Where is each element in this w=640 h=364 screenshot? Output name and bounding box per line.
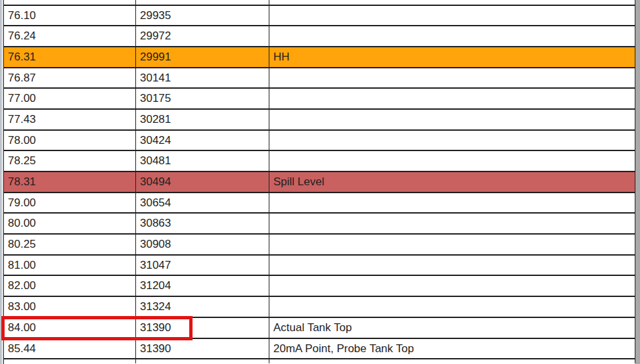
table-row: 78.00 30424	[4, 131, 635, 152]
level-cell[interactable]: 78.31	[4, 172, 136, 192]
count-cell[interactable]: 30281	[136, 110, 269, 129]
table-row: 80.00 30863	[4, 214, 635, 235]
label-cell[interactable]	[269, 359, 635, 363]
label-cell[interactable]: Actual Tank Top	[269, 318, 635, 338]
label-cell[interactable]	[269, 276, 635, 296]
level-cell[interactable]: 76.31	[4, 47, 136, 67]
count-cell[interactable]: 31390	[136, 318, 269, 338]
spreadsheet-grid: 76.10 29935 76.24 29972 76.31 29991 HH 7…	[3, 0, 635, 364]
table-row: 78.25 30481	[4, 151, 635, 172]
table-row: 76.31 29991 HH	[4, 47, 635, 68]
level-cell[interactable]: 76.24	[4, 26, 136, 46]
label-cell[interactable]	[269, 193, 635, 213]
table-row: 79.00 30654	[4, 193, 635, 214]
count-cell[interactable]: 30654	[136, 193, 269, 213]
count-cell[interactable]: 30175	[136, 89, 269, 108]
count-cell[interactable]: 30424	[136, 131, 269, 150]
label-cell[interactable]	[269, 26, 635, 46]
table-row: 77.00 30175	[4, 89, 635, 110]
table-row: 77.43 30281	[4, 110, 635, 131]
count-cell[interactable]: 29972	[136, 26, 269, 46]
count-cell[interactable]: 29991	[136, 47, 269, 67]
table-row: 76.87 30141	[4, 68, 635, 89]
label-cell[interactable]	[269, 89, 635, 108]
level-cell[interactable]: 84.00	[4, 318, 136, 338]
count-cell[interactable]: 31324	[136, 297, 269, 317]
table-row: 83.00 31324	[4, 297, 635, 318]
label-cell[interactable]	[269, 235, 635, 254]
count-cell[interactable]: 31204	[136, 276, 269, 296]
level-cell[interactable]: 80.00	[4, 214, 136, 233]
count-cell[interactable]: 31390	[136, 339, 269, 359]
count-cell[interactable]	[136, 0, 269, 5]
label-cell[interactable]: 20mA Point, Probe Tank Top	[269, 339, 635, 359]
right-window-edge	[635, 0, 640, 364]
label-cell[interactable]	[269, 297, 635, 317]
label-cell[interactable]: HH	[269, 47, 635, 67]
spreadsheet-screenshot: 76.10 29935 76.24 29972 76.31 29991 HH 7…	[0, 0, 640, 364]
label-cell[interactable]	[269, 131, 635, 150]
bottom-partial-row	[4, 359, 635, 363]
count-cell[interactable]	[136, 359, 269, 363]
level-cell[interactable]: 77.43	[4, 110, 136, 129]
table-row: 81.00 31047	[4, 256, 635, 277]
table-row: 82.00 31204	[4, 276, 635, 297]
table-row: 85.44 31390 20mA Point, Probe Tank Top	[4, 339, 635, 360]
table-row: 76.24 29972	[4, 26, 635, 47]
label-cell[interactable]	[269, 0, 635, 5]
label-cell[interactable]	[269, 110, 635, 129]
label-cell[interactable]	[269, 6, 635, 26]
level-cell[interactable]: 81.00	[4, 256, 136, 275]
level-cell[interactable]: 80.25	[4, 235, 136, 254]
count-cell[interactable]: 30481	[136, 151, 269, 171]
label-cell[interactable]	[269, 151, 635, 171]
table-row: 80.25 30908	[4, 235, 635, 256]
count-cell[interactable]: 29935	[136, 6, 269, 26]
label-cell[interactable]	[269, 256, 635, 275]
level-cell[interactable]: 83.00	[4, 297, 136, 317]
level-cell[interactable]: 78.00	[4, 131, 136, 150]
table-row: 76.10 29935	[4, 6, 635, 27]
level-cell[interactable]: 76.10	[4, 6, 136, 26]
level-cell[interactable]: 76.87	[4, 68, 136, 88]
label-cell[interactable]	[269, 214, 635, 233]
level-cell[interactable]: 78.25	[4, 151, 136, 171]
level-cell[interactable]: 79.00	[4, 193, 136, 213]
count-cell[interactable]: 30141	[136, 68, 269, 88]
label-cell[interactable]: Spill Level	[269, 172, 635, 192]
count-cell[interactable]: 31047	[136, 256, 269, 275]
count-cell[interactable]: 30494	[136, 172, 269, 192]
count-cell[interactable]: 30863	[136, 214, 269, 233]
level-cell[interactable]: 82.00	[4, 276, 136, 296]
level-cell[interactable]	[4, 0, 136, 5]
level-cell[interactable]: 85.44	[4, 339, 136, 359]
level-cell[interactable]	[4, 359, 136, 363]
level-cell[interactable]: 77.00	[4, 89, 136, 108]
table-row: 78.31 30494 Spill Level	[4, 172, 635, 193]
table-row: 84.00 31390 Actual Tank Top	[4, 318, 635, 339]
label-cell[interactable]	[269, 68, 635, 88]
count-cell[interactable]: 30908	[136, 235, 269, 254]
top-partial-row	[4, 0, 635, 6]
